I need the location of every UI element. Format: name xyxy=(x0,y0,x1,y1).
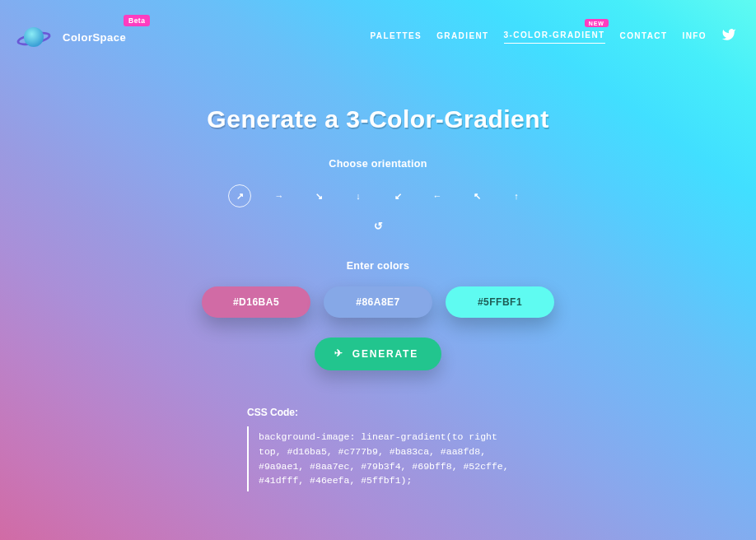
nav-info[interactable]: INFO xyxy=(683,31,707,44)
css-output: CSS Code: background-image: linear-gradi… xyxy=(247,407,509,491)
page-title: Generate a 3-Color-Gradient xyxy=(0,105,756,133)
orientation-bottom[interactable]: ↓ xyxy=(347,184,370,207)
rocket-icon: ✈ xyxy=(334,347,344,359)
orientation-top[interactable]: ↑ xyxy=(505,184,528,207)
color-input-3[interactable]: #5FFBF1 xyxy=(446,286,554,318)
header: ColorSpace Beta PALETTES GRADIENT 3-COLO… xyxy=(0,0,756,58)
twitter-link[interactable] xyxy=(721,27,736,47)
orientation-right[interactable]: → xyxy=(268,184,291,207)
color-input-2[interactable]: #86A8E7 xyxy=(324,286,432,318)
beta-badge: Beta xyxy=(124,15,150,26)
new-badge: NEW xyxy=(585,19,609,27)
brand[interactable]: ColorSpace Beta xyxy=(16,26,126,48)
colors-label: Enter colors xyxy=(0,260,756,272)
main: Generate a 3-Color-Gradient Choose orien… xyxy=(0,58,756,491)
nav: PALETTES GRADIENT 3-COLOR-GRADIENT NEW C… xyxy=(370,27,736,47)
generate-label: GENERATE xyxy=(352,348,418,360)
orientation-label: Choose orientation xyxy=(0,158,756,170)
nav-gradient[interactable]: GRADIENT xyxy=(436,31,488,44)
planet-icon xyxy=(16,26,51,48)
color-input-1[interactable]: #D16BA5 xyxy=(202,286,310,318)
orientation-left-top[interactable]: ↖ xyxy=(465,184,488,207)
generate-button[interactable]: ✈ GENERATE xyxy=(315,338,441,370)
css-output-label: CSS Code: xyxy=(247,407,509,418)
nav-palettes[interactable]: PALETTES xyxy=(370,31,422,44)
twitter-icon xyxy=(721,27,736,42)
css-output-text[interactable]: background-image: linear-gradient(to rig… xyxy=(247,426,509,491)
orientation-right-top[interactable]: ↗ xyxy=(228,184,251,207)
orientation-right-bottom[interactable]: ↘ xyxy=(307,184,330,207)
orientation-left[interactable]: ← xyxy=(426,184,449,207)
nav-label: 3-COLOR-GRADIENT xyxy=(504,30,605,40)
nav-3-color-gradient[interactable]: 3-COLOR-GRADIENT NEW xyxy=(504,30,605,44)
orientation-left-bottom[interactable]: ↙ xyxy=(386,184,409,207)
reset-button[interactable]: ↺ xyxy=(368,216,388,235)
colors-row: #D16BA5 #86A8E7 #5FFBF1 xyxy=(0,286,756,318)
brand-name: ColorSpace xyxy=(63,31,126,44)
nav-contact[interactable]: CONTACT xyxy=(620,31,668,44)
orientation-row: ↗ → ↘ ↓ ↙ ← ↖ ↑ xyxy=(0,184,756,207)
